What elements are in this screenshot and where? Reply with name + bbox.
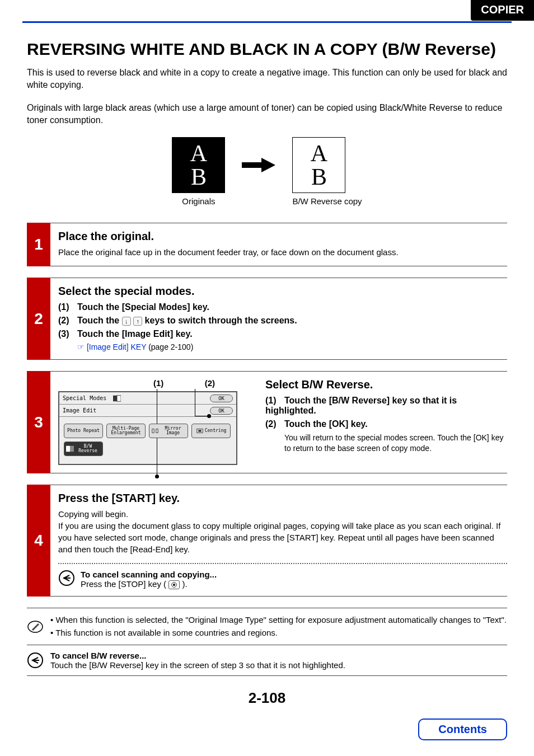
section-tab: COPIER bbox=[471, 0, 534, 21]
svg-rect-4 bbox=[198, 430, 201, 433]
cancel-back-icon bbox=[27, 652, 44, 669]
original-sample: A B bbox=[172, 137, 225, 193]
step-3-item-2: (2)Touch the [OK] key. bbox=[265, 419, 507, 429]
svg-rect-1 bbox=[113, 396, 117, 402]
bw-reverse-button[interactable]: B/W Reverse bbox=[64, 442, 103, 456]
step-number: 1 bbox=[27, 223, 50, 266]
note-2: This function is not available in some c… bbox=[50, 627, 507, 640]
step-3-item-2-body: You will return to the special modes scr… bbox=[284, 433, 507, 454]
panel-special-modes-label: Special Modes bbox=[63, 395, 113, 401]
multi-page-enlargement-button[interactable]: Multi-Page Enlargement bbox=[106, 424, 146, 438]
intro-paragraph-1: This is used to reverse black and white … bbox=[27, 67, 507, 91]
step-2: 2 Select the special modes. (1)Touch the… bbox=[27, 278, 507, 360]
illustration: A B Originals A B B/W Reverse copy bbox=[27, 137, 507, 206]
cancel-scan-title: To cancel scanning and copying... bbox=[81, 570, 217, 579]
arrow-icon bbox=[242, 137, 275, 193]
reversed-sample: A B bbox=[292, 137, 345, 193]
step-4-desc-1: Copying will begin. bbox=[58, 508, 507, 520]
panel-ok-top[interactable]: OK bbox=[210, 395, 233, 402]
svg-marker-0 bbox=[242, 158, 275, 172]
stop-key-icon bbox=[168, 580, 180, 589]
intro-paragraph-2: Originals with large black areas (which … bbox=[27, 102, 507, 126]
cancel-scan-body: Press the [STOP] key ( ). bbox=[81, 579, 217, 589]
panel-ok-button[interactable]: OK bbox=[210, 407, 233, 415]
step-number: 4 bbox=[27, 485, 50, 597]
step-3-item-1: (1)Touch the [B/W Reverse] key so that i… bbox=[265, 396, 507, 416]
cancel-back-icon bbox=[58, 570, 75, 586]
down-key-icon: ↓ bbox=[122, 317, 131, 326]
note-1: When this function is selected, the "Ori… bbox=[50, 614, 507, 627]
callout-1-label: (1) bbox=[153, 378, 163, 388]
step-2-item-2: (2)Touch the ↓ ↑ keys to switch through … bbox=[58, 316, 507, 326]
cancel-bw-box: To cancel B/W reverse... Touch the [B/W … bbox=[27, 645, 507, 676]
contents-button[interactable]: Contents bbox=[418, 719, 507, 740]
cancel-bw-body: Touch the [B/W Reverse] key in the scree… bbox=[50, 660, 345, 670]
centring-icon bbox=[196, 428, 204, 434]
photo-repeat-button[interactable]: Photo Repeat bbox=[64, 424, 103, 438]
reversed-caption: B/W Reverse copy bbox=[292, 196, 362, 206]
bw-reverse-icon bbox=[66, 445, 74, 452]
callout-2-label: (2) bbox=[205, 378, 215, 388]
step-3-title: Select B/W Reverse. bbox=[265, 378, 507, 391]
step-1-title: Place the original. bbox=[58, 230, 507, 243]
step-3: 3 (1) (2) Special Modes bbox=[27, 371, 507, 473]
step-1: 1 Place the original. Place the original… bbox=[27, 223, 507, 266]
centring-button[interactable]: Centring bbox=[191, 424, 231, 438]
page-number: 2-108 bbox=[0, 689, 534, 707]
bw-reverse-mini-icon bbox=[113, 395, 121, 402]
original-caption: Originals bbox=[172, 196, 225, 206]
step-4-title: Press the [START] key. bbox=[58, 492, 507, 505]
step-2-title: Select the special modes. bbox=[58, 285, 507, 298]
note-pencil-icon bbox=[27, 618, 44, 635]
step-2-item-1: (1)Touch the [Special Modes] key. bbox=[58, 302, 507, 312]
mirror-icon bbox=[151, 428, 159, 434]
svg-rect-2 bbox=[117, 396, 121, 402]
mirror-image-button[interactable]: Mirror Image bbox=[149, 424, 188, 438]
dotted-separator bbox=[58, 563, 507, 564]
notes-box: When this function is selected, the "Ori… bbox=[27, 608, 507, 645]
panel-image-edit-label: Image Edit bbox=[63, 407, 113, 414]
step-4: 4 Press the [START] key. Copying will be… bbox=[27, 485, 507, 597]
step-number: 2 bbox=[27, 278, 50, 360]
step-4-desc-2: If you are using the document glass to c… bbox=[58, 520, 507, 555]
step-1-desc: Place the original face up in the docume… bbox=[58, 246, 507, 258]
image-edit-key-link[interactable]: ☞ [Image Edit] KEY (page 2-100) bbox=[77, 342, 507, 351]
cancel-bw-title: To cancel B/W reverse... bbox=[50, 651, 345, 660]
up-key-icon: ↑ bbox=[133, 317, 142, 326]
step-number: 3 bbox=[27, 371, 50, 473]
page-title: REVERSING WHITE AND BLACK IN A COPY (B/W… bbox=[27, 40, 507, 59]
touch-panel: Special Modes OK Image Edit OK Photo Rep… bbox=[58, 391, 237, 465]
svg-rect-5 bbox=[66, 446, 70, 452]
step-2-item-3: (3)Touch the [Image Edit] key. bbox=[58, 329, 507, 339]
svg-rect-6 bbox=[70, 446, 74, 452]
